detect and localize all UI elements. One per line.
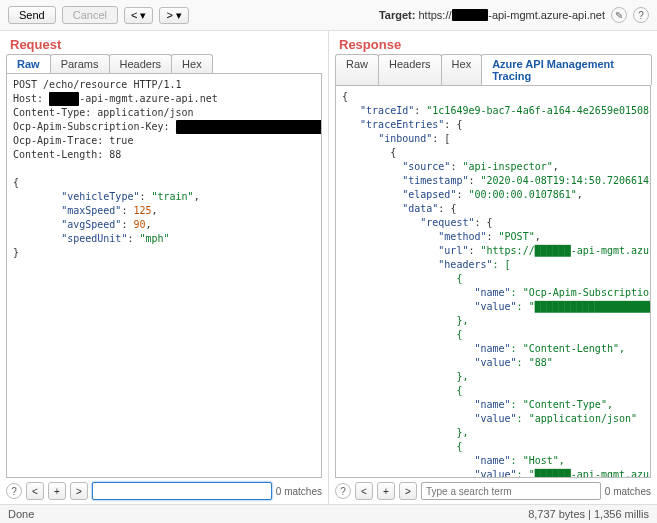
send-button[interactable]: Send <box>8 6 56 24</box>
tab-resp-headers[interactable]: Headers <box>378 54 442 85</box>
request-title: Request <box>0 31 328 54</box>
status-bar: Done 8,737 bytes | 1,356 millis <box>0 504 657 523</box>
tab-headers[interactable]: Headers <box>109 54 173 73</box>
response-search-bar: ? < + > 0 matches <box>329 478 657 504</box>
tab-hex[interactable]: Hex <box>171 54 213 73</box>
search-collapse-button[interactable]: + <box>48 482 66 500</box>
response-tabs: Raw Headers Hex Azure API Management Tra… <box>329 54 657 85</box>
history-next-button[interactable]: > ▾ <box>159 7 189 24</box>
target-label: Target: https://XXXXX-api-mgmt.azure-api… <box>379 9 605 21</box>
edit-target-icon[interactable]: ✎ <box>611 7 627 23</box>
response-help-icon[interactable]: ? <box>335 483 351 499</box>
history-prev-button[interactable]: < ▾ <box>124 7 154 24</box>
tab-resp-tracing[interactable]: Azure API Management Tracing <box>481 54 652 85</box>
search-prev-button[interactable]: < <box>26 482 44 500</box>
request-body[interactable]: POST /echo/resource HTTP/1.1 Host: XXXXX… <box>6 73 322 478</box>
response-search-input[interactable] <box>421 482 601 500</box>
request-match-count: 0 matches <box>276 486 322 497</box>
top-toolbar: Send Cancel < ▾ > ▾ Target: https://XXXX… <box>0 0 657 31</box>
response-raw-text: { "traceId": "1c1649e9-bac7-4a6f-a164-4e… <box>342 90 644 478</box>
search-collapse-button-2[interactable]: + <box>377 482 395 500</box>
response-title: Response <box>329 31 657 54</box>
help-icon[interactable]: ? <box>633 7 649 23</box>
response-match-count: 0 matches <box>605 486 651 497</box>
request-search-bar: ? < + > 0 matches <box>0 478 328 504</box>
search-next-button[interactable]: > <box>70 482 88 500</box>
request-tabs: Raw Params Headers Hex <box>0 54 328 73</box>
tab-resp-raw[interactable]: Raw <box>335 54 379 85</box>
tab-raw[interactable]: Raw <box>6 54 51 73</box>
request-help-icon[interactable]: ? <box>6 483 22 499</box>
search-next-button-2[interactable]: > <box>399 482 417 500</box>
cancel-button: Cancel <box>62 6 118 24</box>
response-panel: Response Raw Headers Hex Azure API Manag… <box>329 31 657 504</box>
tab-resp-hex[interactable]: Hex <box>441 54 483 85</box>
status-left: Done <box>8 508 34 520</box>
response-body[interactable]: { "traceId": "1c1649e9-bac7-4a6f-a164-4e… <box>335 85 651 478</box>
request-search-input[interactable] <box>92 482 272 500</box>
request-panel: Request Raw Params Headers Hex POST /ech… <box>0 31 329 504</box>
tab-params[interactable]: Params <box>50 54 110 73</box>
search-prev-button-2[interactable]: < <box>355 482 373 500</box>
status-right: 8,737 bytes | 1,356 millis <box>528 508 649 520</box>
